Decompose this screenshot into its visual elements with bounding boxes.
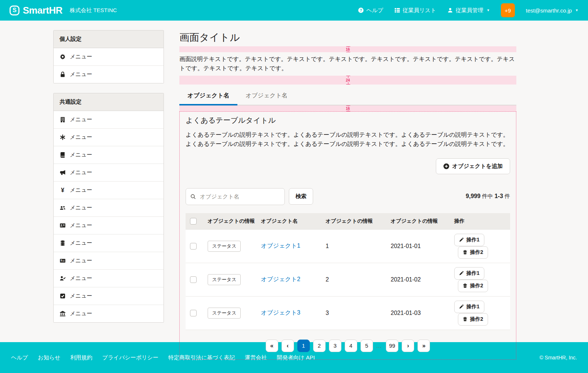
sidebar-item-menu[interactable]: メニュー [54,270,164,287]
sidebar-item-menu[interactable]: メニュー [54,234,164,252]
sidebar-item-menu[interactable]: メニュー [54,146,164,164]
spacing-band-16: 16 [179,46,516,52]
sidebar-item-label: メニュー [70,169,92,176]
sidebar-item-menu[interactable]: メニュー [54,129,164,146]
sidebar-item-label: メニュー [70,187,92,194]
result-unit-label: 件 [505,193,510,199]
sidebar-item-menu[interactable]: メニュー [54,66,164,83]
row-checkbox[interactable] [190,243,197,250]
column-header: オブジェクトの情報 [388,213,451,230]
sidebar-item-label: メニュー [70,53,92,60]
last-page-button[interactable]: » [417,340,430,352]
spacing-value: 24 [345,78,350,82]
object-link[interactable]: オブジェクト1 [261,243,300,249]
id-card-icon [60,222,66,229]
status-badge: ステータス [208,274,241,285]
search-button[interactable]: 検索 [289,188,313,205]
pencil-icon [459,237,464,242]
footer-link-privacy[interactable]: プライバシーポリシー [102,354,158,361]
account-menu[interactable]: test@smarthr.co.jp ▼ [526,7,578,14]
add-object-button[interactable]: オブジェクトを追加 [436,158,510,174]
tab-bar: オブジェクト名 オブジェクト名 [179,87,516,105]
page-button-1[interactable]: 1 [297,340,310,352]
page-button-5[interactable]: 5 [361,340,373,352]
trash-icon [463,317,467,322]
employee-admin-nav-item[interactable]: 従業員管理 ▼ [447,7,490,14]
list-icon [394,7,400,13]
footer-link-terms[interactable]: 利用規約 [70,354,92,361]
result-range: 1-3 [495,193,503,199]
notification-badge[interactable]: +9 [501,3,515,17]
edit-action-button[interactable]: 操作1 [454,301,484,313]
page-button-4[interactable]: 4 [345,340,357,352]
table-header-row: オブジェクトの情報 オブジェクト名 オブジェクトの情報 オブジェクトの情報 操作 [186,213,510,230]
chevron-down-icon: ▼ [575,8,578,12]
megaphone-icon [60,169,66,176]
book-icon [60,152,66,158]
footer-link-news[interactable]: お知らせ [38,354,60,361]
page-title: 画面タイトル [179,32,516,43]
sidebar-item-label: メニュー [70,257,92,264]
first-page-button[interactable]: « [266,340,278,352]
pencil-icon [459,271,464,276]
sidebar-item-menu[interactable]: ¥ メニュー [54,182,164,199]
edit-action-label: 操作1 [466,237,480,243]
delete-action-button[interactable]: 操作2 [458,280,488,292]
sidebar-item-label: メニュー [70,275,92,282]
sidebar-item-label: メニュー [70,222,92,229]
employee-admin-label: 従業員管理 [456,7,483,14]
app-header: S SmartHR 株式会社 TESTINC ? ヘルプ 従業員リスト 従業員管… [0,0,588,21]
object-link[interactable]: オブジェクト2 [261,276,300,282]
search-input[interactable] [186,188,285,205]
sidebar-item-menu[interactable]: メニュー [54,305,164,322]
page-description: 画面説明テキストです。テキストです。テキストです。テキストです。テキストです。テ… [179,52,516,76]
delete-action-button[interactable]: 操作2 [458,246,488,259]
row-checkbox[interactable] [190,276,197,283]
sidebar-item-label: メニュー [70,293,92,300]
sidebar-item-menu[interactable]: $ メニュー [54,252,164,270]
next-page-button[interactable]: › [402,340,414,352]
bank-icon [60,311,66,317]
select-all-checkbox[interactable] [190,218,197,225]
object-link[interactable]: オブジェクト3 [261,309,300,316]
sidebar-item-menu[interactable]: メニュー [54,48,164,66]
tab-object-1[interactable]: オブジェクト名 [179,87,237,105]
sidebar-item-menu[interactable]: メニュー [54,111,164,129]
tab-object-2[interactable]: オブジェクト名 [237,87,295,105]
delete-action-label: 操作2 [470,316,483,323]
spacing-value: 16 [345,106,350,110]
edit-action-label: 操作1 [466,304,480,310]
sidebar-item-label: メニュー [70,134,92,141]
object-date: 2021-01-01 [388,229,451,263]
company-name: 株式会社 TESTINC [70,7,117,14]
object-date: 2021-01-02 [388,263,451,296]
page-button-2[interactable]: 2 [313,340,326,352]
edit-action-button[interactable]: 操作1 [454,267,484,280]
help-nav-item[interactable]: ? ヘルプ [358,7,383,14]
sidebar-item-menu[interactable]: メニュー [54,164,164,182]
sidebar-item-label: メニュー [70,310,92,317]
smarthr-logo-text: SmartHR [23,5,62,16]
employee-list-nav-item[interactable]: 従業員リスト [394,7,436,14]
row-checkbox[interactable] [190,310,197,316]
sidebar-group-personal: 個人設定 メニュー メニュー [53,30,164,83]
spacing-band-24: 24 [179,76,516,85]
page-button-3[interactable]: 3 [329,340,341,352]
prev-page-button[interactable]: ‹ [282,340,294,352]
smarthr-logo[interactable]: S SmartHR [10,5,62,16]
spacing-band-16: 16 [179,105,516,111]
delete-action-button[interactable]: 操作2 [458,313,488,326]
table-row: ステータス オブジェクト2 2 2021-01-02 操作1 操作2 [186,263,510,296]
gear-icon [60,54,66,60]
sidebar-item-menu[interactable]: メニュー [54,199,164,217]
sidebar-item-menu[interactable]: メニュー [54,217,164,234]
column-header: オブジェクト名 [258,213,323,230]
employee-list-label: 従業員リスト [403,7,436,14]
trash-icon [463,283,467,288]
column-header: オブジェクトの情報 [323,213,388,230]
trash-icon [463,250,467,255]
edit-action-button[interactable]: 操作1 [454,234,484,246]
sidebar-item-menu[interactable]: メニュー [54,287,164,305]
footer-link-help[interactable]: ヘルプ [11,354,28,361]
page-button-99[interactable]: 99 [386,340,399,352]
